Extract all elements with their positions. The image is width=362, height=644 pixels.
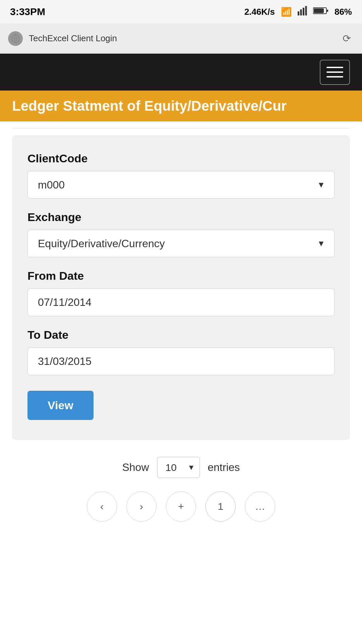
- hamburger-line-2: [326, 71, 343, 73]
- svg-rect-5: [326, 10, 328, 12]
- browser-refresh-button[interactable]: ⟳: [339, 31, 354, 46]
- browser-address: TechExcel Client Login: [29, 33, 333, 44]
- to-date-input[interactable]: [27, 347, 335, 375]
- to-date-label: To Date: [27, 328, 335, 341]
- nav-bar: [0, 54, 362, 91]
- from-date-label: From Date: [27, 269, 335, 282]
- page-title-banner: Ledger Statment of Equity/Derivative/Cur: [0, 91, 362, 121]
- status-time: 3:33PM: [10, 6, 45, 17]
- exchange-group: Exchange Equity/Derivative/Currency BSE …: [27, 211, 335, 257]
- battery-percent: 86%: [335, 7, 352, 17]
- divider: [12, 128, 350, 128]
- svg-rect-2: [303, 8, 304, 15]
- hamburger-menu-button[interactable]: [320, 60, 350, 85]
- status-right: 2.46K/s 📶 86%: [244, 6, 352, 18]
- exchange-select-wrapper: Equity/Derivative/Currency BSE NSE: [27, 230, 335, 257]
- pagination-buttons: ‹ › + 1 …: [87, 491, 275, 522]
- svg-rect-6: [314, 8, 324, 13]
- to-date-group: To Date: [27, 328, 335, 375]
- svg-rect-0: [298, 11, 299, 15]
- pagination-area: Show 10 25 50 100 entries ‹ › + 1 …: [0, 450, 362, 538]
- client-code-select[interactable]: m000 m001 m002: [27, 171, 335, 199]
- page-title: Ledger Statment of Equity/Derivative/Cur: [12, 98, 350, 114]
- signal-icon: [298, 6, 307, 18]
- battery-icon: [313, 7, 328, 17]
- wifi-icon: 📶: [281, 7, 292, 17]
- svg-rect-1: [300, 9, 302, 15]
- from-date-group: From Date: [27, 269, 335, 316]
- entries-label: entries: [208, 461, 240, 474]
- hamburger-line-1: [326, 67, 343, 68]
- more-button[interactable]: …: [245, 491, 275, 522]
- next-page-button[interactable]: ›: [126, 491, 157, 522]
- entries-select[interactable]: 10 25 50 100: [157, 457, 200, 478]
- status-bar: 3:33PM 2.46K/s 📶 86%: [0, 0, 362, 23]
- network-speed: 2.46K/s: [244, 7, 275, 17]
- page-1-button[interactable]: 1: [205, 491, 236, 522]
- show-label: Show: [122, 461, 149, 474]
- client-code-select-wrapper: m000 m001 m002: [27, 171, 335, 199]
- browser-globe-icon: [8, 31, 23, 46]
- show-entries-row: Show 10 25 50 100 entries: [122, 457, 240, 478]
- browser-bar: TechExcel Client Login ⟳: [0, 23, 362, 54]
- hamburger-line-3: [326, 76, 343, 77]
- from-date-input[interactable]: [27, 288, 335, 316]
- exchange-label: Exchange: [27, 211, 335, 224]
- exchange-select[interactable]: Equity/Derivative/Currency BSE NSE: [27, 230, 335, 257]
- client-code-label: ClientCode: [27, 152, 335, 165]
- svg-rect-3: [305, 6, 307, 15]
- prev-page-button[interactable]: ‹: [87, 491, 117, 522]
- client-code-group: ClientCode m000 m001 m002: [27, 152, 335, 199]
- entries-select-wrapper: 10 25 50 100: [157, 457, 200, 478]
- add-button[interactable]: +: [166, 491, 196, 522]
- view-button[interactable]: View: [27, 391, 94, 420]
- form-card: ClientCode m000 m001 m002 Exchange Equit…: [12, 135, 350, 440]
